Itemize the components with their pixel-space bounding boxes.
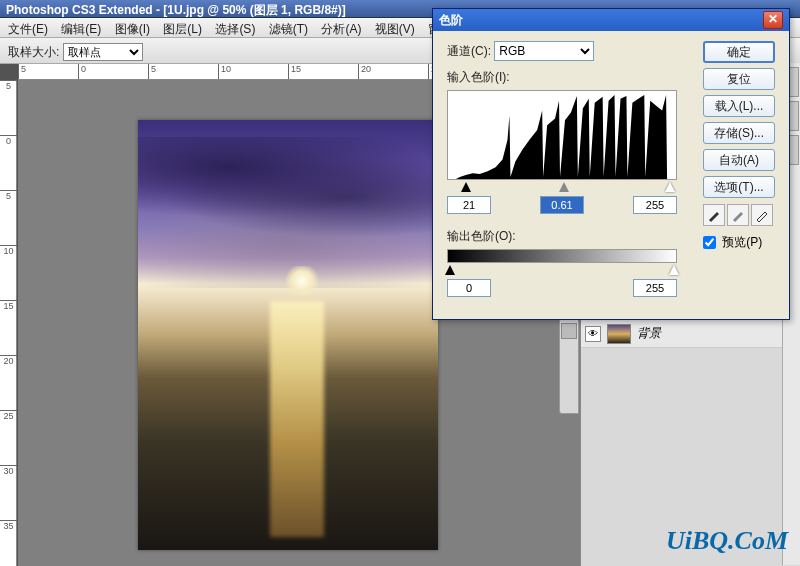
midtone-input[interactable] [540, 196, 584, 214]
save-button[interactable]: 存储(S)... [703, 122, 775, 144]
dialog-title: 色阶 [439, 12, 763, 29]
sample-size-select[interactable]: 取样点 [63, 43, 143, 61]
shadow-slider[interactable] [461, 182, 471, 192]
image-content [138, 120, 438, 550]
visibility-toggle[interactable]: 👁 [585, 326, 601, 342]
menu-analysis[interactable]: 分析(A) [321, 22, 361, 36]
out-black-slider[interactable] [445, 265, 455, 275]
input-levels-label: 输入色阶(I): [447, 69, 510, 86]
gray-eyedropper[interactable] [727, 204, 749, 226]
bg-label: 背景 [637, 325, 661, 342]
cancel-button[interactable]: 复位 [703, 68, 775, 90]
output-gradient [447, 249, 677, 263]
layer-background[interactable]: 👁 背景 🔒 [581, 320, 800, 348]
preview-label: 预览(P) [722, 235, 762, 249]
layer-thumbnail[interactable] [607, 324, 631, 344]
close-button[interactable]: ✕ [763, 11, 783, 29]
menu-filter[interactable]: 滤镜(T) [269, 22, 308, 36]
channel-select[interactable]: RGB [494, 41, 594, 61]
ok-button[interactable]: 确定 [703, 41, 775, 63]
menu-select[interactable]: 选择(S) [215, 22, 255, 36]
out-black-input[interactable] [447, 279, 491, 297]
dock-icon-2[interactable] [561, 323, 577, 339]
menu-edit[interactable]: 编辑(E) [61, 22, 101, 36]
sun-reflection [270, 301, 324, 538]
sample-size-label: 取样大小: [8, 44, 59, 61]
out-white-slider[interactable] [669, 265, 679, 275]
out-white-input[interactable] [633, 279, 677, 297]
white-eyedropper[interactable] [751, 204, 773, 226]
output-slider[interactable] [447, 265, 677, 277]
menu-image[interactable]: 图像(I) [115, 22, 150, 36]
options-button[interactable]: 选项(T)... [703, 176, 775, 198]
auto-button[interactable]: 自动(A) [703, 149, 775, 171]
menu-file[interactable]: 文件(E) [8, 22, 48, 36]
channel-label: 通道(C): [447, 43, 491, 60]
levels-dialog: 色阶 ✕ 通道(C): RGB 输入色阶(I): [432, 8, 790, 320]
preview-checkbox-row: 预览(P) [703, 234, 779, 251]
highlight-slider[interactable] [665, 182, 675, 192]
sky-clouds [138, 137, 438, 288]
dialog-titlebar[interactable]: 色阶 ✕ [433, 9, 789, 31]
highlight-input[interactable] [633, 196, 677, 214]
midtone-slider[interactable] [559, 182, 569, 192]
watermark: UiBQ.CoM [666, 526, 788, 556]
document-image[interactable] [138, 120, 438, 550]
app-title: Photoshop CS3 Extended - [1U.jpg @ 50% (… [6, 3, 346, 17]
input-slider[interactable] [447, 182, 677, 194]
histogram [447, 90, 677, 180]
shadow-input[interactable] [447, 196, 491, 214]
vertical-ruler: 5 0 5 10 15 20 25 30 35 [0, 80, 17, 566]
preview-checkbox[interactable] [703, 236, 716, 249]
menu-layer[interactable]: 图层(L) [163, 22, 202, 36]
black-eyedropper[interactable] [703, 204, 725, 226]
menu-view[interactable]: 视图(V) [375, 22, 415, 36]
output-levels-label: 输出色阶(O): [447, 228, 516, 245]
load-button[interactable]: 载入(L)... [703, 95, 775, 117]
sun-glow [282, 266, 322, 296]
